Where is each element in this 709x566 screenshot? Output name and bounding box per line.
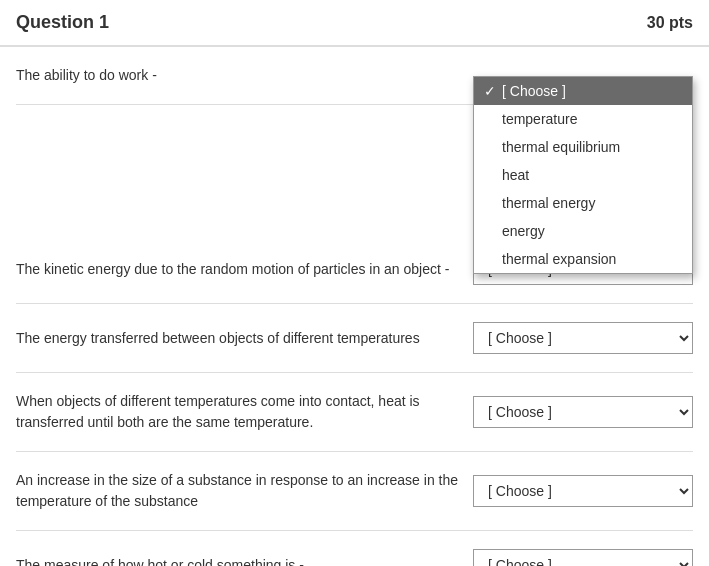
dropdown-wrapper-3[interactable]: [ Choose ] temperature thermal equilibri… <box>473 322 693 354</box>
option-energy[interactable]: energy <box>474 217 692 245</box>
question-text-3: The energy transferred between objects o… <box>16 328 473 349</box>
option-thermal-energy[interactable]: thermal energy <box>474 189 692 217</box>
question-text-1: The ability to do work - <box>16 65 473 86</box>
dropdown-wrapper-4[interactable]: [ Choose ] temperature thermal equilibri… <box>473 396 693 428</box>
question-row-1: The ability to do work - ✓[ Choose ] tem… <box>16 47 693 105</box>
dropdown-list-1: ✓[ Choose ] temperature thermal equilibr… <box>474 77 692 273</box>
content-area: The ability to do work - ✓[ Choose ] tem… <box>0 47 709 566</box>
dropdown-select-6[interactable]: [ Choose ] temperature thermal equilibri… <box>473 549 693 566</box>
question-text-2: The kinetic energy due to the random mot… <box>16 259 473 280</box>
dropdown-wrapper-6[interactable]: [ Choose ] temperature thermal equilibri… <box>473 549 693 566</box>
option-heat[interactable]: heat <box>474 161 692 189</box>
option-thermal-equilibrium[interactable]: thermal equilibrium <box>474 133 692 161</box>
dropdown-select-3[interactable]: [ Choose ] temperature thermal equilibri… <box>473 322 693 354</box>
question-row-6: The measure of how hot or cold something… <box>16 531 693 566</box>
question-points: 30 pts <box>647 14 693 32</box>
option-thermal-expansion[interactable]: thermal expansion <box>474 245 692 273</box>
question-text-6: The measure of how hot or cold something… <box>16 555 473 567</box>
question-title: Question 1 <box>16 12 109 33</box>
question-row-5: An increase in the size of a substance i… <box>16 452 693 531</box>
dropdown-select-4[interactable]: [ Choose ] temperature thermal equilibri… <box>473 396 693 428</box>
question-header: Question 1 30 pts <box>0 0 709 47</box>
open-dropdown-1[interactable]: ✓[ Choose ] temperature thermal equilibr… <box>473 76 693 274</box>
option-temperature[interactable]: temperature <box>474 105 692 133</box>
dropdown-wrapper-5[interactable]: [ Choose ] temperature thermal equilibri… <box>473 475 693 507</box>
question-row-4: When objects of different temperatures c… <box>16 373 693 452</box>
dropdown-select-5[interactable]: [ Choose ] temperature thermal equilibri… <box>473 475 693 507</box>
question-text-4: When objects of different temperatures c… <box>16 391 473 433</box>
question-row-3: The energy transferred between objects o… <box>16 304 693 373</box>
option-choose[interactable]: ✓[ Choose ] <box>474 77 692 105</box>
question-text-5: An increase in the size of a substance i… <box>16 470 473 512</box>
